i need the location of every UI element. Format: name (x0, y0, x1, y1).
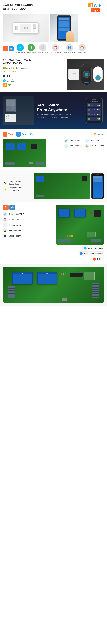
pcb-board-bottom: RELAY RELAY WiFi (8, 269, 99, 301)
main-chip-large (94, 210, 100, 217)
wifi-signal-small-icon: 📶 (94, 133, 96, 136)
window-icon (6, 99, 16, 112)
right-connectors (92, 283, 99, 298)
tuya-badge: tuya (91, 8, 100, 12)
section-8-container: RELAY RELAY WiFi (0, 264, 107, 306)
google-dots-icon (3, 66, 6, 70)
echo-speaker (81, 64, 92, 85)
section-1-container: 1CH RF WIFI Switch AC/DC 7V - 32v 📶 WiFi… (0, 0, 107, 56)
connector-large-2 (91, 238, 101, 242)
toggle-switch-2[interactable] (97, 109, 100, 110)
section6-left: T 🏠 📡 Remote ON/OFF ⏰ Smart Timer ⚡ Ener… (3, 204, 54, 261)
icon-alexa: A Amazon Echo (16, 44, 24, 53)
energy-label: Energy-saving (8, 224, 22, 226)
toggle-switch-4[interactable] (97, 118, 100, 120)
conn-pin-3 (8, 293, 15, 294)
wifi-logo-compat: 📶 WiFi (3, 83, 65, 87)
bottom-relay-1: RELAY (12, 272, 32, 284)
tuya-home-icons: T 🏠 (3, 46, 14, 51)
icon-scene: 🏠 Smart Scene (78, 44, 86, 53)
features-grid: 🔄 Inching Switch ⏱ Smart Timer 🔗 Share C… (64, 139, 104, 148)
app-image-left: Smart Light Switch (3, 96, 34, 125)
wifi-badge: 📶 WiFi tuya (88, 3, 103, 12)
ifttt-text: IFTTT (3, 74, 13, 78)
section1-header: 1CH RF WIFI Switch AC/DC 7V - 32v 📶 WiFi… (3, 3, 104, 12)
section6-content: T 🏠 📡 Remote ON/OFF ⏰ Smart Timer ⚡ Ener… (3, 204, 104, 261)
comp-3 (65, 273, 66, 274)
relay-large-2 (74, 209, 86, 218)
feature-share: 🔗 Share Control (64, 144, 84, 148)
alexa-badge-icon: a (84, 247, 86, 250)
amazon-text: amazon echo (3, 70, 17, 73)
relay-label-2: RELAY (38, 272, 57, 274)
feedback-label: Feedback Status (8, 229, 24, 232)
scene-label: Smart Scene (78, 52, 86, 53)
alexa-label: Amazon Echo (16, 52, 24, 53)
feature-inching: 🔄 Inching Switch (64, 139, 84, 143)
bottom-wifi-module: WiFi (84, 272, 94, 280)
toggle-switch-1[interactable] (97, 104, 100, 106)
google-badge: G Works Google Assistance (78, 252, 104, 256)
resistor-3 (71, 235, 73, 237)
remote-label: Remote Control (38, 52, 48, 53)
resistor-1 (67, 235, 68, 237)
connector-block-2 (36, 162, 44, 165)
screen-bar-2 (93, 178, 102, 180)
switch-label-4: Switch 4 (91, 118, 94, 120)
smart-timer-bullet-icon: ⏰ (3, 218, 7, 222)
alexa-circle-icon: A (16, 44, 24, 51)
screen-bar-1 (93, 176, 102, 178)
feature-remote: 📡 Remote ON/OFF (3, 212, 54, 216)
app-text-block: APP Control From Anywhere You can remote… (37, 103, 83, 118)
app-control-title: APP Control From Anywhere (37, 103, 83, 112)
icon-google-home: G Google Home (27, 44, 36, 53)
bottom-main-chip (70, 273, 82, 276)
phone-screen-2 (92, 176, 103, 198)
inching-label: Inching Switch (69, 140, 80, 142)
toggle-switch-3[interactable] (97, 114, 100, 115)
inching-icon: 🔄 (64, 139, 68, 143)
conn-pin-4 (8, 296, 15, 296)
product-title-block: 1CH RF WIFI Switch AC/DC 7V - 32v (3, 3, 88, 11)
ifttt-badge-text: IFTTT (96, 258, 103, 260)
feedback-bullet-icon: 🔔 (3, 228, 7, 232)
conn-pin-r4 (92, 291, 98, 292)
port-3 (33, 29, 35, 32)
compat-row-amazon: a Compatible with amazon alexa (3, 187, 32, 192)
switch-label-3: Switch 3 (91, 114, 94, 115)
connector-large-1 (58, 238, 71, 242)
conn-pin-r1 (92, 284, 98, 285)
wifi-module-label: WiFi (84, 272, 94, 274)
tuya-home-row: T 🏠 (3, 204, 54, 210)
home-icon: 🏠 (8, 46, 14, 51)
hand-icon (66, 31, 74, 42)
timer-label: Timing Schedules (50, 52, 61, 53)
app-phone-block: Smart Light Switch Switch 1 Switch 2 Swi… (86, 98, 104, 124)
usb-connector (29, 162, 33, 164)
brand-badges: a Works amazon alexa G Works Google Assi… (56, 246, 104, 261)
speaker-display: SwitchModule (67, 58, 104, 90)
energy-bullet-icon: ⚡ (3, 223, 7, 227)
google-speaker-icon (95, 75, 101, 81)
google-home-compat-icon: G (3, 180, 8, 185)
section5-images (34, 173, 104, 199)
screen-switch-1: Switch 1 (87, 103, 101, 107)
components-row (67, 235, 73, 237)
remote-feature-label: Remote ON/OFF (8, 213, 24, 215)
phone-notch (92, 99, 96, 100)
screen-switch-4: Switch 4 (87, 117, 101, 121)
relay-pcb-2 (36, 176, 44, 182)
relay-block-1 (6, 143, 15, 150)
alexa-text: works with amazon alexa (6, 79, 16, 82)
wifi-signal-icon: 📶 (88, 3, 93, 8)
group-circle-icon: 👥 (66, 44, 73, 51)
relay-label-1: RELAY (13, 272, 32, 274)
section-3-container: Smart Light Switch APP Control From Anyw… (0, 92, 107, 129)
toggle-on-4 (88, 118, 90, 120)
toggle-off-2 (88, 109, 90, 111)
home-icon-large: 🏠 (10, 204, 15, 210)
cap-1 (90, 212, 94, 214)
selflocking-label: Self-locking Switch (90, 145, 104, 147)
google-home-speaker (93, 66, 103, 82)
feature-feedback: 🔔 Feedback Status (3, 228, 54, 232)
